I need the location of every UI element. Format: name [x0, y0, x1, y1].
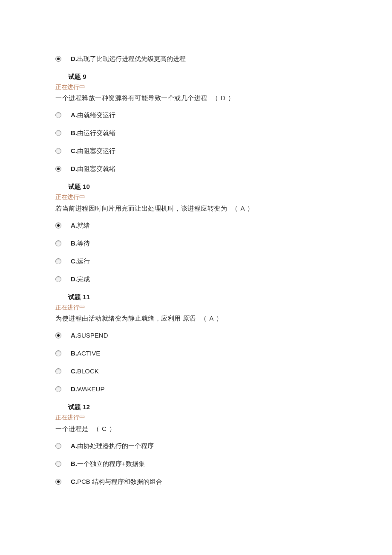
question-10-title: 试题 10 [68, 182, 337, 192]
q12-option-b[interactable]: B.一个独立的程序+数据集 [55, 459, 337, 469]
option-label: C. [71, 257, 77, 265]
radio-icon[interactable] [55, 443, 61, 449]
option-label: B. [71, 129, 77, 136]
q9-option-a[interactable]: A.由就绪变运行 [55, 110, 337, 120]
option-text: ACTIVE [77, 350, 100, 357]
option-label: A. [71, 442, 77, 449]
option-text: PCB 结构与程序和数据的组合 [77, 478, 162, 485]
radio-icon[interactable] [55, 112, 61, 118]
q8-option-d[interactable]: D.出现了比现运行进程优先级更高的进程 [55, 54, 337, 64]
option-label: B. [71, 240, 77, 247]
q9-option-c[interactable]: C.由阻塞变运行 [55, 146, 337, 156]
question-10-status: 正在进行中 [55, 193, 337, 202]
option-label: B. [71, 350, 77, 357]
option-label: A. [71, 222, 77, 229]
option-label: C. [71, 478, 77, 485]
option-text: BLOCK [77, 367, 99, 375]
question-9-status: 正在进行中 [55, 83, 337, 92]
radio-icon[interactable] [55, 130, 61, 136]
option-label: D. [71, 55, 77, 62]
radio-icon[interactable] [55, 148, 61, 154]
option-text: 一个独立的程序+数据集 [77, 460, 145, 467]
q11-option-c[interactable]: C.BLOCK [55, 366, 337, 376]
radio-icon[interactable] [55, 240, 61, 246]
radio-icon[interactable] [55, 350, 61, 356]
option-label: A. [71, 111, 77, 119]
q10-option-b[interactable]: B.等待 [55, 238, 337, 249]
radio-selected-icon[interactable] [55, 223, 61, 228]
question-10-stem: 若当前进程因时间片用完而让出处理机时，该进程应转变为 （ A ） [55, 203, 337, 214]
question-10-answer: （ A ） [231, 205, 254, 212]
question-12-stem: 一个进程是 （ C ） [55, 424, 337, 434]
option-label: B. [71, 460, 77, 467]
radio-selected-icon[interactable] [55, 166, 61, 172]
option-label: D. [71, 275, 77, 283]
option-label: D. [71, 165, 77, 172]
option-text: 由运行变就绪 [77, 129, 115, 136]
q9-option-d[interactable]: D.由阻塞变就绪 [55, 164, 337, 174]
radio-selected-icon[interactable] [55, 479, 61, 485]
question-9-title: 试题 9 [68, 72, 337, 82]
question-11-answer: （ A ） [200, 315, 223, 322]
q11-option-d[interactable]: D.WAKEUP [55, 384, 337, 394]
question-12-title: 试题 12 [68, 402, 337, 412]
option-text: 由阻塞变运行 [77, 147, 115, 154]
option-text: 运行 [77, 257, 90, 265]
question-12-answer: （ C ） [93, 425, 116, 432]
q10-option-a[interactable]: A.就绪 [55, 220, 337, 231]
question-11-title: 试题 11 [68, 292, 337, 302]
question-11-status: 正在进行中 [55, 303, 337, 312]
question-11-stem: 为使进程由活动就绪变为静止就绪，应利用 原语 （ A ） [55, 313, 337, 324]
option-text: 完成 [77, 275, 90, 283]
radio-icon[interactable] [55, 258, 61, 264]
question-12-status: 正在进行中 [55, 413, 337, 422]
q10-option-d[interactable]: D.完成 [55, 274, 337, 284]
radio-selected-icon[interactable] [55, 332, 61, 338]
q11-option-a[interactable]: A.SUSPEND [55, 330, 337, 341]
radio-icon[interactable] [55, 276, 61, 282]
q9-option-b[interactable]: B.由运行变就绪 [55, 128, 337, 138]
radio-icon[interactable] [55, 386, 61, 392]
option-text: 就绪 [77, 222, 90, 229]
option-label: A. [71, 332, 77, 339]
option-text: 由协处理器执行的一个程序 [77, 442, 154, 449]
option-text: 出现了比现运行进程优先级更高的进程 [77, 55, 186, 62]
option-text: 等待 [77, 240, 90, 247]
radio-selected-icon[interactable] [55, 56, 61, 62]
option-label: C. [71, 367, 77, 375]
option-label: C. [71, 147, 77, 154]
option-text: SUSPEND [77, 332, 108, 339]
option-text: WAKEUP [77, 385, 104, 393]
q10-option-c[interactable]: C.运行 [55, 256, 337, 266]
question-9-answer: （ D ） [212, 94, 235, 101]
radio-icon[interactable] [55, 461, 61, 467]
option-text: 由就绪变运行 [77, 111, 115, 119]
option-text: 由阻塞变就绪 [77, 165, 115, 172]
option-label: D. [71, 385, 77, 393]
question-9-stem: 一个进程释放一种资源将有可能导致一个或几个进程 （ D ） [55, 93, 337, 103]
q12-option-a[interactable]: A.由协处理器执行的一个程序 [55, 441, 337, 451]
q12-option-c[interactable]: C.PCB 结构与程序和数据的组合 [55, 477, 337, 487]
radio-icon[interactable] [55, 368, 61, 374]
q11-option-b[interactable]: B.ACTIVE [55, 348, 337, 358]
